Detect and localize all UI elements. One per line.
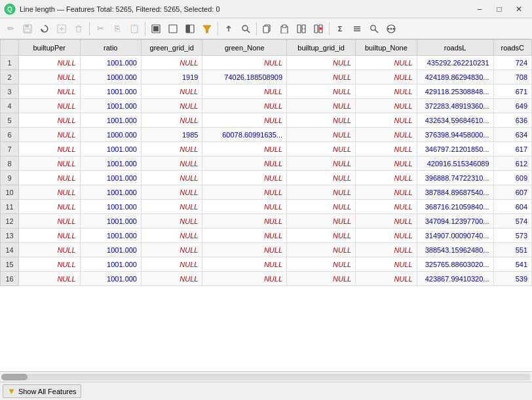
col-header-builtup_None[interactable]: builtup_None — [356, 40, 417, 56]
add-feature-button[interactable] — [54, 21, 69, 37]
scrollbar-track — [1, 374, 531, 380]
cell-green_grid_id: NULL — [142, 228, 202, 243]
table-row[interactable]: 9NULL1001.000NULLNULLNULLNULL396888.7472… — [1, 171, 532, 185]
cell-green_grid_id: NULL — [142, 156, 202, 171]
cell-builtupPer: NULL — [19, 70, 80, 84]
minimize-button[interactable]: – — [470, 2, 489, 16]
table-row[interactable]: 12NULL1001.000NULLNULLNULLNULL347094.123… — [1, 214, 532, 228]
cell-builtup_grid_id: NULL — [287, 113, 356, 128]
cell-green_grid_id: NULL — [142, 257, 202, 272]
cell-builtup_grid_id: NULL — [287, 257, 356, 272]
move-up-button[interactable] — [221, 21, 237, 37]
svg-rect-20 — [263, 26, 269, 33]
maximize-button[interactable]: □ — [490, 2, 508, 16]
search-button[interactable] — [366, 21, 382, 37]
cell-rownum: 6 — [1, 128, 19, 142]
cell-green_None: NULL — [202, 99, 287, 113]
zoom-to-selection-button[interactable] — [238, 21, 254, 37]
col-header-green_grid_id[interactable]: green_grid_id — [142, 40, 202, 56]
paste-button[interactable]: 📋 — [126, 21, 142, 37]
cell-green_grid_id: NULL — [142, 272, 202, 286]
toggle-editing-button[interactable]: ✏ — [3, 21, 18, 37]
table-row[interactable]: 6NULL1000.000198560078.60991635...NULLNU… — [1, 128, 532, 142]
cell-ratio: 1001.000 — [80, 200, 141, 214]
cell-green_None: NULL — [202, 214, 287, 228]
cell-builtupPer: NULL — [19, 214, 80, 228]
copy-button[interactable]: ⎘ — [109, 21, 125, 37]
col-header-green_None[interactable]: green_None — [202, 40, 287, 56]
actions-button[interactable] — [383, 21, 399, 37]
svg-rect-4 — [25, 29, 30, 32]
col-header-roadsC[interactable]: roadsC — [493, 40, 531, 56]
close-button[interactable]: ✕ — [510, 2, 528, 16]
table-row[interactable]: 10NULL1001.000NULLNULLNULLNULL387884.896… — [1, 185, 532, 200]
svg-text:Q: Q — [7, 6, 12, 13]
deselect-all-button[interactable] — [165, 21, 181, 37]
cell-builtup_grid_id: NULL — [287, 70, 356, 84]
table-container[interactable]: builtupPer ratio green_grid_id green_Non… — [0, 39, 532, 371]
table-row[interactable]: 3NULL1001.000NULLNULLNULLNULL429118.2530… — [1, 84, 532, 99]
show-all-features-button[interactable]: ▼ Show All Features — [3, 384, 81, 398]
svg-point-33 — [371, 25, 376, 30]
field-calc-button[interactable]: Σ — [332, 21, 348, 37]
table-row[interactable]: 5NULL1001.000NULLNULLNULLNULL432634.5968… — [1, 113, 532, 128]
cell-ratio: 1001.000 — [80, 214, 141, 228]
show-all-features-label: Show All Features — [18, 388, 77, 395]
table-row[interactable]: 8NULL1001.000NULLNULLNULLNULL420916.5153… — [1, 156, 532, 171]
svg-rect-12 — [169, 25, 177, 33]
conditional-format-button[interactable] — [349, 21, 365, 37]
add-column-button[interactable] — [294, 21, 309, 37]
cell-ratio: 1001.000 — [80, 243, 141, 257]
cell-builtup_grid_id: NULL — [287, 214, 356, 228]
delete-column-button[interactable] — [311, 21, 326, 37]
svg-line-34 — [375, 29, 379, 33]
col-header-builtupPer[interactable]: builtupPer — [19, 40, 80, 56]
cell-roadsC: 539 — [493, 272, 531, 286]
cell-builtupPer: NULL — [19, 185, 80, 200]
table-row[interactable]: 4NULL1001.000NULLNULLNULLNULL372283.4891… — [1, 99, 532, 113]
cut-button[interactable]: ✂ — [92, 21, 108, 37]
table-row[interactable]: 15NULL1001.000NULLNULLNULLNULL325765.886… — [1, 257, 532, 272]
svg-rect-22 — [282, 25, 286, 27]
cell-green_None: NULL — [202, 257, 287, 272]
select-all-button[interactable] — [148, 21, 164, 37]
invert-selection-button[interactable] — [182, 21, 198, 37]
col-header-builtup_grid_id[interactable]: builtup_grid_id — [287, 40, 356, 56]
filter-button[interactable] — [199, 21, 215, 37]
svg-rect-26 — [314, 25, 318, 33]
table-header-row: builtupPer ratio green_grid_id green_Non… — [1, 40, 532, 56]
save-edits-button[interactable] — [20, 21, 35, 37]
cell-builtup_None: NULL — [356, 243, 417, 257]
table-row[interactable]: 1NULL1001.000NULLNULLNULLNULL435292.2622… — [1, 56, 532, 70]
table-row[interactable]: 16NULL1001.000NULLNULLNULLNULL423867.994… — [1, 272, 532, 286]
table-row[interactable]: 11NULL1001.000NULLNULLNULLNULL368716.210… — [1, 200, 532, 214]
delete-selected-button[interactable] — [71, 21, 86, 37]
copy-rows-button[interactable] — [259, 21, 275, 37]
table-row[interactable]: 14NULL1001.000NULLNULLNULLNULL388543.159… — [1, 243, 532, 257]
col-header-roadsL[interactable]: roadsL — [417, 40, 493, 56]
cell-builtupPer: NULL — [19, 171, 80, 185]
paste-features-button[interactable] — [276, 21, 292, 37]
table-row[interactable]: 13NULL1001.000NULLNULLNULLNULL314907.000… — [1, 228, 532, 243]
cell-builtup_grid_id: NULL — [287, 99, 356, 113]
cell-green_grid_id: 1919 — [142, 70, 202, 84]
cell-builtup_grid_id: NULL — [287, 156, 356, 171]
svg-line-18 — [247, 30, 250, 33]
scrollbar-thumb[interactable] — [1, 374, 28, 380]
horizontal-scrollbar[interactable] — [0, 371, 532, 382]
cell-green_None: NULL — [202, 156, 287, 171]
table-row[interactable]: 2NULL1000.000191974026.188508909NULLNULL… — [1, 70, 532, 84]
window-controls: – □ ✕ — [470, 2, 528, 16]
cell-rownum: 10 — [1, 185, 19, 200]
svg-rect-8 — [77, 27, 81, 32]
reload-button[interactable] — [37, 21, 52, 37]
table-row[interactable]: 7NULL1001.000NULLNULLNULLNULL346797.2120… — [1, 142, 532, 156]
cell-green_grid_id: NULL — [142, 113, 202, 128]
cell-builtup_grid_id: NULL — [287, 272, 356, 286]
cell-green_grid_id: NULL — [142, 200, 202, 214]
col-header-ratio[interactable]: ratio — [80, 40, 141, 56]
cell-roadsC: 708 — [493, 70, 531, 84]
cell-roadsC: 649 — [493, 99, 531, 113]
cell-green_None: 60078.60991635... — [202, 128, 287, 142]
table-wrapper: builtupPer ratio green_grid_id green_Non… — [0, 39, 532, 382]
